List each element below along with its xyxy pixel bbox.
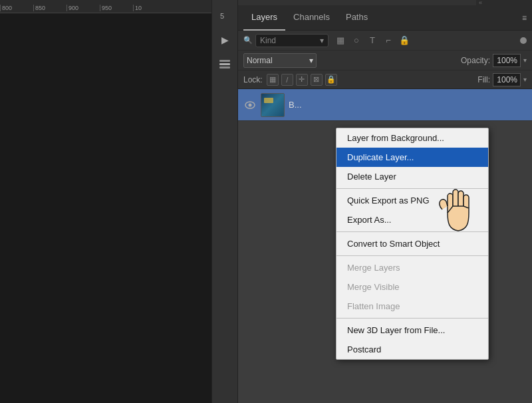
ctx-separator-2 (336, 231, 488, 232)
ctx-quick-export[interactable]: Quick Export as PNG (336, 191, 488, 210)
layer-thumb-detail (264, 98, 273, 103)
opacity-input[interactable]: 100% (493, 54, 521, 67)
layer-name-text: B... (289, 100, 527, 110)
canvas-dark-area (0, 13, 213, 403)
search-kind-label: Kind (260, 36, 276, 45)
filter-shape-icon[interactable]: ⌐ (382, 34, 395, 47)
filter-row: 🔍 Kind ▾ ▦ ○ T ⌐ 🔒 (238, 31, 532, 51)
lock-icons-group: ▦ / ✛ ⊠ 🔒 (267, 74, 337, 86)
ctx-merge-layers: Merge Layers (336, 258, 488, 277)
layer-item[interactable]: B... (238, 89, 532, 121)
ctx-delete-layer-label: Delete Layer (347, 172, 396, 182)
ctx-export-as[interactable]: Export As... (336, 210, 488, 229)
svg-point-5 (249, 103, 252, 106)
lock-row: Lock: ▦ / ✛ ⊠ 🔒 Fill: 100% ▾ (238, 70, 532, 89)
ctx-layer-from-bg[interactable]: Layer from Background... (336, 128, 488, 148)
filter-text-icon[interactable]: T (366, 34, 379, 47)
ruler-tick-950: 950 (100, 5, 133, 11)
fill-label: Fill: (477, 75, 490, 84)
ctx-new-3d-layer-label: New 3D Layer from File... (347, 325, 445, 335)
panel-menu-button[interactable]: ≡ (522, 13, 527, 23)
layer-visibility-toggle[interactable] (243, 98, 257, 112)
filter-icons-group: ▦ ○ T ⌐ 🔒 (334, 34, 411, 47)
tab-paths-label: Paths (346, 12, 368, 22)
opacity-arrow-icon[interactable]: ▾ (523, 57, 527, 64)
layer-thumb-bg (261, 94, 284, 116)
tab-layers-label: Layers (251, 12, 277, 22)
opacity-group: Opacity: 100% ▾ (461, 54, 527, 67)
ctx-convert-smart-label: Convert to Smart Object (347, 239, 440, 249)
search-dropdown-icon[interactable]: ▾ (320, 36, 324, 45)
search-magnifier-icon: 🔍 (243, 36, 253, 45)
ctx-export-as-label: Export As... (347, 215, 391, 225)
fill-input[interactable]: 100% (493, 73, 521, 86)
filter-toggle[interactable] (520, 37, 527, 44)
tool-layers-icon[interactable] (215, 55, 234, 73)
canvas-area: 800 850 900 950 10 (0, 0, 213, 403)
fill-arrow-icon[interactable]: ▾ (523, 76, 527, 83)
ctx-flatten-image-label: Flatten Image (347, 301, 400, 311)
ruler-tick-850: 850 (33, 5, 66, 11)
ctx-flatten-image: Flatten Image (336, 297, 488, 316)
fill-group: Fill: 100% ▾ (477, 73, 527, 86)
ctx-merge-visible: Merge Visible (336, 277, 488, 297)
top-arrow-bar: « » (476, 0, 532, 5)
ctx-delete-layer[interactable]: Delete Layer (336, 167, 488, 186)
lock-label: Lock: (243, 75, 263, 84)
ctx-layer-from-bg-label: Layer from Background... (347, 133, 444, 143)
filter-adjust-icon[interactable]: ○ (350, 34, 363, 47)
ruler-tick-800: 800 (0, 5, 33, 11)
ruler-ticks: 800 850 900 950 10 (0, 0, 166, 13)
lock-position-button[interactable]: ✛ (296, 74, 308, 86)
ctx-new-3d-layer[interactable]: New 3D Layer from File... (336, 321, 488, 340)
ruler-tick-10: 10 (133, 5, 166, 11)
tab-channels-label: Channels (293, 12, 330, 22)
left-sidebar: 5 ▶ (211, 0, 238, 403)
svg-rect-3 (219, 67, 230, 68)
ctx-merge-layers-label: Merge Layers (347, 263, 400, 273)
lock-artboard-button[interactable]: ⊠ (311, 74, 323, 86)
kind-search-box[interactable]: Kind ▾ (255, 34, 329, 47)
tool-number-icon[interactable]: 5 (215, 7, 234, 25)
panel-tabs: Layers Channels Paths ≡ (238, 5, 532, 31)
blend-mode-select[interactable]: Normal ▾ (243, 53, 317, 68)
ctx-postcard[interactable]: Postcard (336, 340, 488, 359)
ctx-separator-4 (336, 318, 488, 319)
tab-channels[interactable]: Channels (285, 5, 338, 31)
filter-pixel-icon[interactable]: ▦ (334, 34, 347, 47)
blend-mode-arrow-icon: ▾ (309, 56, 313, 65)
ctx-convert-smart[interactable]: Convert to Smart Object (336, 234, 488, 253)
layer-thumbnail (261, 93, 285, 117)
filter-smart-icon[interactable]: 🔒 (398, 34, 411, 47)
ruler-horizontal: 800 850 900 950 10 (0, 0, 213, 13)
ctx-duplicate-layer[interactable]: Duplicate Layer... (336, 148, 488, 167)
lock-paint-button[interactable]: / (281, 74, 293, 86)
ctx-separator-1 (336, 188, 488, 189)
tab-layers[interactable]: Layers (243, 5, 285, 31)
tool-play-icon[interactable]: ▶ (215, 31, 234, 49)
lock-pixels-button[interactable]: ▦ (267, 74, 279, 86)
blend-mode-row: Normal ▾ Opacity: 100% ▾ (238, 51, 532, 70)
ctx-postcard-label: Postcard (347, 344, 381, 354)
svg-text:5: 5 (220, 12, 224, 20)
blend-mode-value: Normal (247, 56, 273, 65)
ruler-tick-900: 900 (66, 5, 100, 11)
svg-rect-1 (219, 63, 230, 65)
lock-all-button[interactable]: 🔒 (325, 74, 337, 86)
tab-paths[interactable]: Paths (338, 5, 376, 31)
opacity-label: Opacity: (461, 56, 490, 65)
ctx-quick-export-label: Quick Export as PNG (347, 196, 430, 205)
ctx-separator-3 (336, 255, 488, 256)
ctx-duplicate-layer-label: Duplicate Layer... (347, 152, 414, 162)
context-menu: Layer from Background... Duplicate Layer… (336, 128, 489, 360)
ctx-merge-visible-label: Merge Visible (347, 282, 400, 292)
svg-rect-2 (219, 60, 230, 62)
